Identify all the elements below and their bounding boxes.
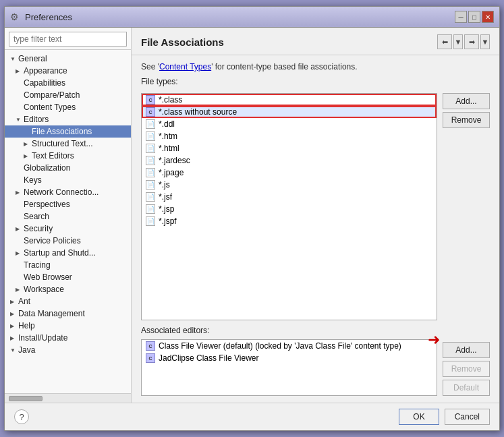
ok-button[interactable]: OK <box>399 409 439 425</box>
back-icon: ⬅ <box>442 38 448 47</box>
menu-icon: ▼ <box>482 38 489 46</box>
content-types-link[interactable]: Content Types <box>159 62 211 71</box>
minimize-button[interactable]: ─ <box>455 11 467 23</box>
tree-item-search[interactable]: ▶ Search <box>5 210 131 223</box>
expand-icon: ▶ <box>16 287 22 293</box>
tree-item-network-connections[interactable]: ▶ Network Connectio... <box>5 186 131 198</box>
dialog-title: Preferences <box>25 12 72 22</box>
title-bar-left: ⚙ Preferences <box>10 11 72 22</box>
tree-item-install-update[interactable]: ▶ Install/Update <box>5 332 131 344</box>
toolbar-dropdown[interactable]: ▼ <box>453 34 463 49</box>
class-file-icon: C <box>146 95 155 105</box>
tree-item-java[interactable]: ▼ Java <box>5 344 131 356</box>
assoc-remove-button[interactable]: Remove <box>443 361 490 377</box>
assoc-editor-row[interactable]: C Class File Viewer (default) (locked by… <box>142 340 437 352</box>
file-type-row[interactable]: C *.class without source <box>142 106 437 118</box>
gear-icon: ⚙ <box>10 11 21 22</box>
file-type-row[interactable]: 📄 *.ddl <box>142 118 437 130</box>
class-editor-icon: C <box>146 341 155 351</box>
assoc-add-button[interactable]: Add... <box>443 342 490 358</box>
tree-scroll[interactable]: ▼ General ▶ Appearance ▶ Capabilities ▶ … <box>5 50 131 393</box>
preferences-dialog: ⚙ Preferences ─ □ ✕ ▼ General <box>4 6 500 431</box>
close-button[interactable]: ✕ <box>482 11 494 23</box>
tree-label: Workspace <box>24 285 64 294</box>
tree-label: Help <box>18 321 35 330</box>
tree-label: Compare/Patch <box>24 90 80 100</box>
tree-item-workspace[interactable]: ▶ Workspace <box>5 283 131 295</box>
tree-label: Appearance <box>24 66 67 76</box>
right-content: See 'Content Types' for content-type bas… <box>132 55 499 403</box>
tree-item-help[interactable]: ▶ Help <box>5 320 131 332</box>
file-types-list[interactable]: C *.class C *.class without source 📄 *.d… <box>141 93 437 320</box>
filter-input-wrap <box>5 28 131 50</box>
tree-item-appearance[interactable]: ▶ Appearance <box>5 65 131 77</box>
generic-file-icon: 📄 <box>146 156 155 165</box>
tree-item-file-associations[interactable]: ▶ File Associations <box>5 125 131 138</box>
file-type-row[interactable]: 📄 *.jsf <box>142 191 437 203</box>
help-button[interactable]: ? <box>14 409 29 424</box>
assoc-editor-label: JadClipse Class File Viewer <box>159 353 259 363</box>
tree-item-compare-patch[interactable]: ▶ Compare/Patch <box>5 89 131 101</box>
tree-item-globalization[interactable]: ▶ Globalization <box>5 162 131 174</box>
tree-item-keys[interactable]: ▶ Keys <box>5 174 131 186</box>
assoc-buttons: ➜ Add... Remove Default <box>443 339 490 396</box>
class-file-icon: C <box>146 107 155 117</box>
tree-item-startup[interactable]: ▶ Startup and Shutd... <box>5 247 131 259</box>
filter-input[interactable] <box>9 32 127 47</box>
file-type-add-button[interactable]: Add... <box>443 93 490 109</box>
file-type-remove-button[interactable]: Remove <box>443 112 490 128</box>
right-panel-title: File Associations <box>141 36 224 48</box>
toolbar-menu-button[interactable]: ▼ <box>480 34 490 49</box>
file-type-row[interactable]: 📄 *.jspf <box>142 215 437 227</box>
red-arrow-icon: ➜ <box>428 331 440 349</box>
tree-item-editors[interactable]: ▼ Editors <box>5 113 131 125</box>
file-type-label: *.js <box>159 180 170 190</box>
generic-file-icon: 📄 <box>146 132 155 141</box>
generic-file-icon: 📄 <box>146 180 155 190</box>
tree-item-text-editors[interactable]: ▶ Text Editors <box>5 150 131 162</box>
file-type-row[interactable]: 📄 *.jardesc <box>142 154 437 167</box>
tree-item-tracing[interactable]: ▶ Tracing <box>5 259 131 271</box>
file-type-label: *.html <box>159 144 179 153</box>
maximize-button[interactable]: □ <box>468 11 480 23</box>
cancel-button[interactable]: Cancel <box>445 409 490 425</box>
assoc-editor-row[interactable]: C JadClipse Class File Viewer <box>142 352 437 364</box>
assoc-default-button[interactable]: Default <box>443 380 490 396</box>
file-type-row[interactable]: 📄 *.jsp <box>142 203 437 215</box>
forward-icon: ➡ <box>469 38 475 47</box>
tree-item-ant[interactable]: ▶ Ant <box>5 295 131 308</box>
dropdown-icon: ▼ <box>455 38 462 46</box>
file-type-label: *.htm <box>159 132 177 141</box>
expand-icon: ▶ <box>10 311 17 317</box>
expand-icon: ▶ <box>24 141 30 147</box>
left-panel: ▼ General ▶ Appearance ▶ Capabilities ▶ … <box>5 28 132 403</box>
tree-label: General <box>18 54 47 63</box>
tree-item-content-types[interactable]: ▶ Content Types <box>5 101 131 113</box>
file-type-row[interactable]: C *.class <box>142 94 437 106</box>
tree-item-perspectives[interactable]: ▶ Perspectives <box>5 198 131 210</box>
tree-item-service-policies[interactable]: ▶ Service Policies <box>5 235 131 247</box>
toolbar-icons: ⬅ ▼ ➡ ▼ <box>437 34 490 49</box>
tree-item-data-management[interactable]: ▶ Data Management <box>5 308 131 320</box>
dialog-body: ▼ General ▶ Appearance ▶ Capabilities ▶ … <box>5 28 499 403</box>
tree-item-structured-text[interactable]: ▶ Structured Text... <box>5 138 131 150</box>
file-type-label: *.jspf <box>159 216 177 226</box>
assoc-editors-list[interactable]: C Class File Viewer (default) (locked by… <box>141 339 437 396</box>
tree-item-security[interactable]: ▶ Security <box>5 223 131 235</box>
generic-file-icon: 📄 <box>146 204 155 214</box>
tree-item-capabilities[interactable]: ▶ Capabilities <box>5 77 131 89</box>
back-button[interactable]: ⬅ <box>437 34 452 49</box>
file-type-row[interactable]: 📄 *.html <box>142 142 437 154</box>
forward-button[interactable]: ➡ <box>464 34 479 49</box>
expand-icon: ▼ <box>16 117 22 123</box>
file-type-label: *.jsp <box>159 204 174 214</box>
file-type-row[interactable]: 📄 *.htm <box>142 130 437 142</box>
tree-item-general[interactable]: ▼ General <box>5 53 131 65</box>
file-type-row[interactable]: 📄 *.js <box>142 179 437 191</box>
file-type-row[interactable]: 📄 *.jpage <box>142 167 437 179</box>
expand-icon: ▶ <box>24 153 30 159</box>
dialog-buttons: OK Cancel <box>399 409 490 425</box>
file-type-label: *.jsf <box>159 192 172 202</box>
tree-item-web-browser[interactable]: ▶ Web Browser <box>5 271 131 283</box>
expand-icon: ▶ <box>16 226 22 232</box>
